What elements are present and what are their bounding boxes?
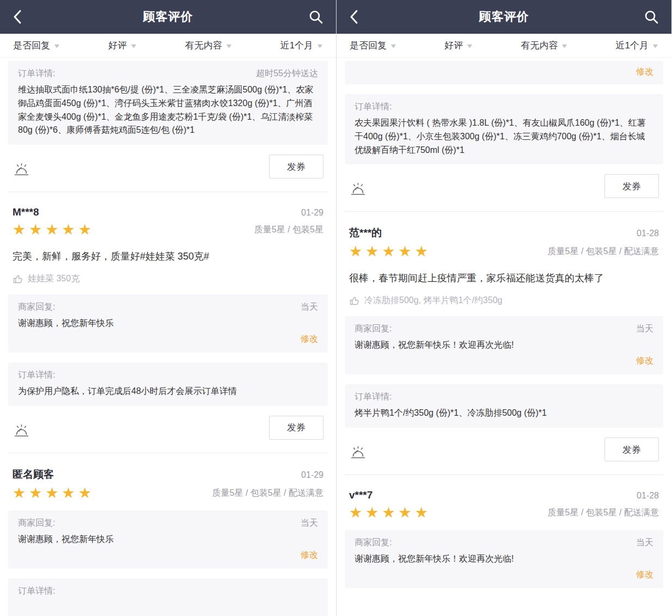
review-card: 匿名顾客 01-29 ★★★★★ 质量5星 / 包装5星 / 配送满意 商家回复… [0, 467, 336, 616]
issue-coupon-button[interactable]: 发券 [604, 438, 659, 461]
issue-coupon-button[interactable]: 发券 [604, 174, 659, 198]
app-header: 顾客评价 [0, 0, 336, 34]
reply-time: 当天 [636, 537, 653, 549]
order-items: 维达抽取式面巾纸130抽*6包/提 (份)*1、三全凌黑芝麻汤圆500g (份)… [18, 83, 318, 137]
order-items: 农夫果园果汁饮料 ( 热带水果 )1.8L (份)*1、有友山椒凤爪160g (… [355, 116, 653, 157]
reply-time: 当天 [636, 323, 653, 335]
chevron-down-icon: ▼ [651, 42, 659, 49]
merchant-reply-box: 商家回复: 当天 谢谢惠顾，祝您新年快乐！欢迎再次光临! 修改 [345, 530, 663, 588]
filter-label: 是否回复 [13, 39, 50, 52]
review-text: 很棒，春节期间赶上疫情严重，家乐福还能送货真的太棒了 [349, 271, 659, 285]
card-divider [8, 453, 328, 453]
order-details-box: 订单详情: [8, 578, 328, 616]
modify-link[interactable]: 修改 [301, 334, 318, 343]
reply-text: 谢谢惠顾，祝您新年快乐 [18, 317, 318, 330]
chevron-down-icon: ▼ [130, 42, 138, 49]
page-title: 顾客评价 [479, 9, 529, 25]
filter-label: 是否回复 [350, 39, 387, 52]
reply-text: 谢谢惠顾，祝您新年快乐！欢迎再次光临! [355, 552, 653, 566]
filter-reply-status[interactable]: 是否回复▼ [350, 39, 396, 52]
merchant-reply-label: 商家回复: [355, 537, 392, 549]
filter-time-range[interactable]: 近1个月▼ [616, 39, 658, 52]
review-text: 完美，新鲜，服务好，质量好#娃娃菜 350克# [13, 249, 323, 263]
thumb-up-icon [349, 295, 359, 306]
card-divider [345, 211, 663, 212]
review-card: 订单详情: 超时55分钟送达 维达抽取式面巾纸130抽*6包/提 (份)*1、三… [0, 61, 336, 178]
app-header: 顾客评价 [337, 0, 671, 34]
star-rating: ★★★★★ [349, 506, 431, 520]
modify-link[interactable]: 修改 [636, 356, 653, 365]
filter-label: 有无内容 [521, 39, 558, 52]
reviewer-name: 范***的 [349, 226, 382, 240]
siren-icon[interactable] [349, 445, 367, 461]
order-items: 烤半片鸭1个/约350g (份)*1、冷冻肋排500g (份)*1 [355, 406, 653, 420]
product-tag[interactable]: 娃娃菜 350克 [13, 273, 323, 285]
page-title: 顾客评价 [143, 9, 193, 25]
issue-coupon-button[interactable]: 发券 [269, 155, 323, 178]
filter-bar: 是否回复▼ 好评▼ 有无内容▼ 近1个月▼ [0, 34, 336, 58]
order-details-label: 订单详情: [18, 586, 55, 597]
merchant-reply-label: 商家回复: [18, 518, 55, 529]
review-list: 订单详情: 超时55分钟送达 维达抽取式面巾纸130抽*6包/提 (份)*1、三… [0, 58, 336, 616]
filter-reply-status[interactable]: 是否回复▼ [13, 39, 60, 52]
card-divider [8, 192, 328, 192]
order-details-label: 订单详情: [18, 369, 55, 381]
star-rating: ★★★★★ [13, 486, 95, 501]
rating-detail: 质量5星 / 包装5星 [254, 224, 323, 236]
modify-link[interactable]: 修改 [301, 550, 318, 559]
filter-rating-type[interactable]: 好评▼ [444, 39, 473, 52]
product-tag[interactable]: 冷冻肋排500g, 烤半片鸭1个/约350g [349, 295, 659, 306]
review-card: 范***的 01-28 ★★★★★ 质量5星 / 包装5星 / 配送满意 很棒，… [337, 226, 671, 461]
search-icon[interactable] [308, 9, 324, 25]
search-icon[interactable] [643, 9, 659, 25]
filter-rating-type[interactable]: 好评▼ [108, 39, 137, 52]
delivery-status: 超时55分钟送达 [256, 68, 318, 79]
siren-icon[interactable] [13, 162, 30, 178]
chevron-down-icon: ▼ [560, 42, 569, 49]
order-details-box: 订单详情: 为保护用户隐私，订单完成后48小时后才会展示订单详情 [8, 362, 328, 406]
review-card: M***8 01-29 ★★★★★ 质量5星 / 包装5星 完美，新鲜，服务好，… [0, 206, 336, 440]
merchant-reply-box: 商家回复: 当天 谢谢惠顾，祝您新年快乐 修改 [8, 510, 328, 569]
dual-screenshot-view: 顾客评价 是否回复▼ 好评▼ 有无内容▼ 近1个月▼ 订单详情: 超时55分钟送… [0, 0, 672, 616]
review-list: 修改 订单详情: 农夫果园果汁饮料 ( 热带水果 )1.8L (份)*1、有友山… [337, 58, 671, 616]
back-icon[interactable] [349, 9, 365, 25]
review-panel-right: 顾客评价 是否回复▼ 好评▼ 有无内容▼ 近1个月▼ 修改 订单详情: 农夫果园… [336, 0, 671, 616]
star-rating: ★★★★★ [349, 244, 431, 259]
star-rating: ★★★★★ [13, 223, 95, 237]
filter-label: 好评 [108, 39, 127, 52]
filter-label: 好评 [444, 39, 463, 52]
merchant-reply-label: 商家回复: [355, 323, 392, 335]
product-tag-label: 娃娃菜 350克 [28, 273, 80, 285]
reviewer-name: 匿名顾客 [13, 467, 54, 482]
filter-label: 近1个月 [616, 39, 649, 52]
review-card: 修改 订单详情: 农夫果园果汁饮料 ( 热带水果 )1.8L (份)*1、有友山… [337, 61, 671, 198]
review-date: 01-28 [637, 229, 659, 238]
reviewer-name: v***7 [349, 489, 372, 501]
order-details-label: 订单详情: [18, 68, 55, 79]
siren-icon[interactable] [349, 182, 367, 198]
filter-has-content[interactable]: 有无内容▼ [185, 39, 232, 52]
modify-link[interactable]: 修改 [636, 67, 653, 76]
issue-coupon-button[interactable]: 发券 [269, 416, 323, 440]
thumb-up-icon [13, 274, 23, 284]
siren-icon[interactable] [13, 423, 30, 440]
filter-time-range[interactable]: 近1个月▼ [280, 39, 323, 52]
back-icon[interactable] [12, 9, 28, 25]
filter-has-content[interactable]: 有无内容▼ [521, 39, 567, 52]
merchant-reply-box: 商家回复: 当天 谢谢惠顾，祝您新年快乐！欢迎再次光临! 修改 [345, 316, 663, 374]
card-divider [345, 475, 663, 475]
chevron-down-icon: ▼ [225, 42, 233, 49]
product-tag-label: 冷冻肋排500g, 烤半片鸭1个/约350g [364, 295, 502, 306]
merchant-reply-box: 商家回复: 当天 谢谢惠顾，祝您新年快乐 修改 [8, 294, 328, 353]
merchant-reply-label: 商家回复: [18, 301, 55, 313]
reply-text: 谢谢惠顾，祝您新年快乐！欢迎再次光临! [355, 338, 653, 352]
rating-detail: 质量5星 / 包装5星 / 配送满意 [548, 246, 659, 257]
review-card: v***7 01-28 ★★★★★ 质量5星 / 包装5星 / 配送满意 商家回… [337, 489, 671, 588]
filter-label: 近1个月 [280, 39, 313, 52]
review-panel-left: 顾客评价 是否回复▼ 好评▼ 有无内容▼ 近1个月▼ 订单详情: 超时55分钟送… [0, 0, 336, 616]
modify-link[interactable]: 修改 [636, 570, 653, 579]
order-items: 为保护用户隐私，订单完成后48小时后才会展示订单详情 [18, 385, 318, 398]
order-details-box: 订单详情: 烤半片鸭1个/约350g (份)*1、冷冻肋排500g (份)*1 [345, 384, 663, 428]
order-details-label: 订单详情: [355, 101, 392, 113]
filter-label: 有无内容 [185, 39, 222, 52]
